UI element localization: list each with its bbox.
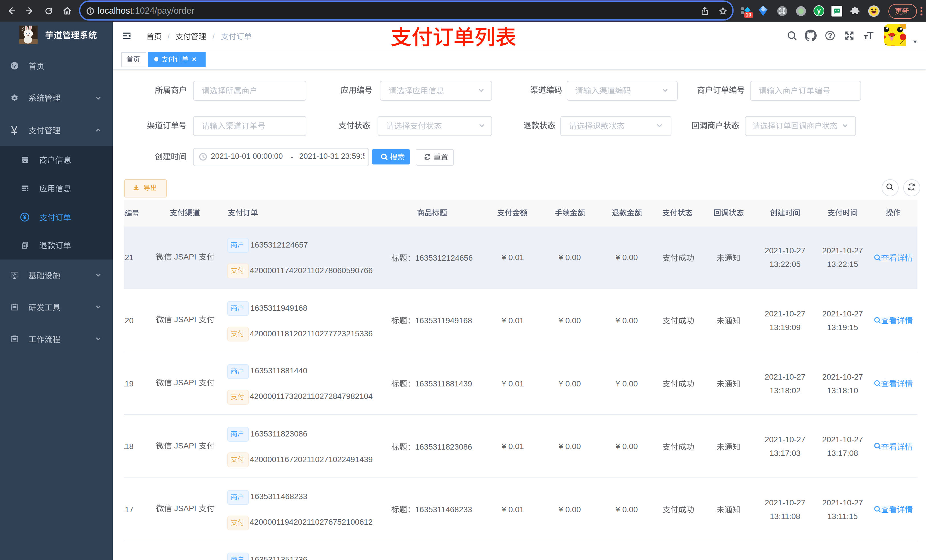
svg-text:y: y (817, 7, 821, 15)
